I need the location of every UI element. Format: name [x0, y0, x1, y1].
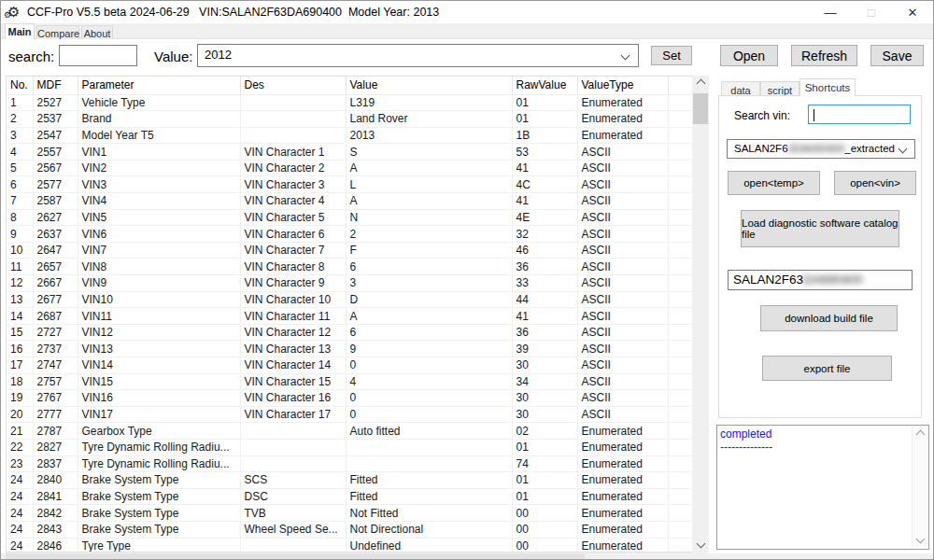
table-cell: Enumerated [577, 521, 668, 538]
value-combobox[interactable]: 2012 [197, 44, 639, 67]
table-row[interactable]: 82627VIN5VIN Character 5N4EASCII [7, 209, 694, 226]
tab-data[interactable]: data [721, 81, 760, 96]
table-cell: VIN13 [78, 341, 240, 357]
tab-main[interactable]: Main [5, 23, 35, 39]
table-cell: ASCII [577, 324, 668, 341]
table-cell-filler [668, 488, 694, 505]
load-catalog-button[interactable]: Load diagnostic software catalog file [741, 210, 899, 247]
table-cell [346, 439, 512, 455]
table-row[interactable]: 72587VIN4VIN Character 4A41ASCII [7, 193, 694, 210]
scroll-up-icon[interactable] [692, 76, 709, 91]
table-cell: L319 [346, 94, 512, 111]
search-input[interactable] [59, 45, 137, 66]
tab-compare[interactable]: Compare [36, 25, 79, 39]
column-header-rawvalue[interactable]: RawValue [512, 77, 577, 94]
table-row[interactable]: 212787Gearbox TypeAuto fitted02Enumerate… [7, 423, 694, 440]
table-cell: S [346, 144, 512, 161]
open-button[interactable]: Open [720, 45, 778, 66]
table-cell: VIN Character 3 [240, 176, 346, 193]
tab-about[interactable]: About [81, 25, 113, 39]
save-button[interactable]: Save [870, 45, 924, 66]
scroll-thumb[interactable] [693, 93, 708, 124]
table-row[interactable]: 102647VIN7VIN Character 7F46ASCII [7, 242, 694, 259]
open-temp-button[interactable]: open<temp> [728, 171, 820, 195]
table-cell: 6 [346, 324, 512, 341]
table-row[interactable]: 242846Tyre TypeUndefined00Enumerated [7, 538, 694, 553]
table-cell: VIN16 [78, 390, 240, 407]
column-header-valuetype[interactable]: ValueType [577, 77, 668, 94]
tab-shortcuts[interactable]: Shortcuts [800, 78, 856, 96]
extracted-file-combobox[interactable]: SALAN2F63DA690400_extracted [727, 139, 915, 159]
table-cell: 6 [7, 176, 33, 193]
download-build-button[interactable]: download build file [760, 305, 898, 331]
table-row[interactable]: 142687VIN11VIN Character 11A41ASCII [7, 308, 694, 325]
scroll-up-icon[interactable] [913, 427, 927, 442]
table-cell: 01 [512, 472, 577, 489]
table-cell: VIN Character 14 [240, 357, 346, 374]
table-horizontal-scrollbar[interactable] [6, 553, 709, 560]
column-header-mdf[interactable]: MDF [33, 77, 78, 94]
table-row[interactable]: 152727VIN12VIN Character 12636ASCII [7, 324, 694, 341]
column-header-filler [668, 77, 694, 94]
open-vin-button[interactable]: open<vin> [834, 171, 916, 195]
table-cell: Undefined [346, 538, 512, 553]
table-row[interactable]: 202777VIN17VIN Character 17030ASCII [7, 406, 694, 423]
table-row[interactable]: 62577VIN3VIN Character 3L4CASCII [7, 176, 694, 193]
tab-script[interactable]: script [760, 81, 800, 96]
table-cell: 10 [7, 242, 33, 259]
vin-field[interactable]: SALAN2F63DA690400 [728, 270, 913, 290]
table-row[interactable]: 22537BrandLand Rover01Enumerated [7, 111, 694, 128]
table-row[interactable]: 232837Tyre Dynamic Rolling Radiu...74Enu… [7, 455, 694, 472]
log-box[interactable]: completed-------------- [716, 425, 929, 550]
column-header-des[interactable]: Des [240, 77, 346, 94]
table-row[interactable]: 42557VIN1VIN Character 1S53ASCII [7, 144, 694, 161]
table-row[interactable]: 32547Model Year T520131BEnumerated [7, 127, 694, 144]
table-row[interactable]: 122667VIN9VIN Character 9333ASCII [7, 275, 694, 292]
table-cell: VIN17 [78, 406, 240, 423]
table-row[interactable]: 172747VIN14VIN Character 14030ASCII [7, 357, 694, 374]
minimize-button[interactable]: — [810, 1, 851, 23]
table-cell: 41 [512, 308, 577, 325]
close-button[interactable]: ✕ [892, 1, 933, 23]
table-cell: 20 [7, 406, 33, 423]
table-row[interactable]: 242841Brake System TypeDSCFitted01Enumer… [7, 488, 694, 505]
table-row[interactable]: 242842Brake System TypeTVBNot Fitted00En… [7, 505, 694, 522]
table-row[interactable]: 12527Vehicle TypeL31901Enumerated [7, 94, 694, 111]
export-file-button[interactable]: export file [762, 356, 892, 381]
table-row[interactable]: 52567VIN2VIN Character 2A41ASCII [7, 160, 694, 176]
table-cell: VIN2 [78, 160, 240, 176]
hscroll-thumb[interactable] [6, 553, 585, 560]
refresh-button[interactable]: Refresh [791, 45, 857, 66]
table-cell: 2527 [33, 94, 78, 111]
table-cell: VIN10 [78, 291, 240, 308]
table-cell: Not Directional [346, 521, 512, 538]
table-cell: 01 [512, 439, 577, 455]
column-header-no[interactable]: No. [7, 77, 33, 94]
scroll-down-icon[interactable] [692, 537, 709, 553]
maximize-button[interactable]: □ [851, 1, 892, 23]
table-row[interactable]: 112657VIN8VIN Character 8636ASCII [7, 259, 694, 275]
table-cell: ASCII [577, 209, 668, 226]
table-vertical-scrollbar[interactable] [692, 76, 709, 553]
table-cell [240, 439, 346, 455]
table-cell: 2846 [33, 538, 78, 553]
table-row[interactable]: 242840Brake System TypeSCSFitted01Enumer… [7, 472, 694, 489]
table-cell: Enumerated [577, 94, 668, 111]
table-row[interactable]: 132677VIN10VIN Character 10D44ASCII [7, 291, 694, 308]
log-scrollbar[interactable] [912, 427, 927, 548]
table-cell: 2837 [33, 455, 78, 472]
table-cell: 4C [512, 176, 577, 193]
column-header-parameter[interactable]: Parameter [78, 77, 240, 94]
column-header-value[interactable]: Value [346, 77, 512, 94]
table-cell: VIN9 [78, 275, 240, 292]
set-button[interactable]: Set [651, 46, 692, 65]
search-vin-input[interactable] [808, 105, 911, 124]
table-row[interactable]: 92637VIN6VIN Character 6232ASCII [7, 226, 694, 243]
table-row[interactable]: 222827Tyre Dynamic Rolling Radiu...01Enu… [7, 439, 694, 455]
table-cell: 15 [7, 324, 33, 341]
scroll-down-icon[interactable] [913, 532, 927, 548]
table-row[interactable]: 182757VIN15VIN Character 15434ASCII [7, 373, 694, 390]
table-row[interactable]: 192767VIN16VIN Character 16030ASCII [7, 390, 694, 407]
table-row[interactable]: 162737VIN13VIN Character 13939ASCII [7, 341, 694, 357]
table-row[interactable]: 242843Brake System TypeWheel Speed Se...… [7, 521, 694, 538]
